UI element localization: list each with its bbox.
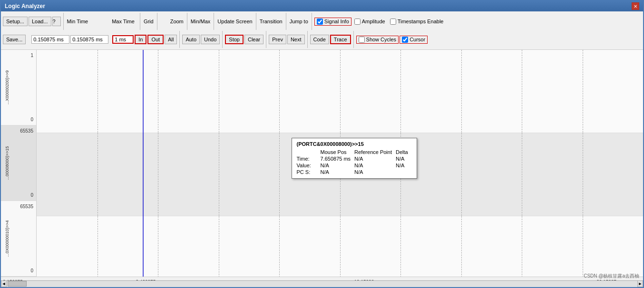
tooltip-col1: Mouse Pos (321, 149, 355, 155)
zoom-undo-button[interactable]: Undo (201, 35, 220, 44)
sep11 (266, 31, 266, 48)
tooltip-value-val2: N/A (354, 162, 396, 169)
signal-row-3: 65535 0 ...0X00000010)>>4 (1, 201, 36, 277)
title-bar: Logic Analyzer ✕ (1, 1, 643, 11)
sep1 (63, 13, 64, 30)
zoom-in-button[interactable]: In (135, 35, 146, 44)
grid-line (158, 133, 158, 216)
sep3 (157, 13, 157, 30)
sep4 (187, 13, 187, 30)
show-cycles-checkbox[interactable] (359, 37, 365, 43)
min-time-input[interactable] (31, 35, 69, 44)
scroll-left-button[interactable]: ◄ (1, 280, 7, 287)
timestamps-checkbox[interactable] (390, 19, 396, 25)
waveform-area[interactable]: (PORTC&0X00008000)>>15 Mouse Pos Referen… (37, 50, 643, 277)
toolbar-row-2: Save... In Out All Auto Undo Stop Clear (3, 30, 641, 48)
grid-line (400, 216, 401, 277)
tooltip-header-row: Mouse Pos Reference Point Delta (297, 149, 412, 155)
grid-line (461, 50, 462, 133)
signal-3-name: ...0X00000010)>>4 (5, 220, 10, 257)
grid-line (219, 216, 219, 277)
tooltip-col2: Reference Point (354, 149, 396, 155)
tooltip-value-row: Value: N/A N/A N/A (297, 162, 412, 169)
scrollbar[interactable] (7, 280, 637, 287)
code-button[interactable]: Code (310, 35, 329, 44)
sep8 (312, 13, 312, 30)
cursor-label: Cursor (410, 37, 425, 42)
tooltip-time-label: Time: (297, 155, 321, 162)
grid-line (522, 50, 522, 133)
update-screen-label: Update Screen (216, 19, 253, 24)
scroll-right-button[interactable]: ► (637, 280, 643, 287)
watermark: CSDN @杨枝甘露a去西柚 (584, 273, 639, 279)
amplitude-checkbox[interactable] (354, 19, 361, 25)
grid-line (461, 216, 462, 277)
cursor-checkbox[interactable] (402, 37, 408, 43)
grid-line (340, 50, 341, 133)
stop-button[interactable]: Stop (225, 35, 244, 44)
tooltip-value-val1: N/A (321, 162, 355, 169)
sep7 (286, 13, 286, 30)
signal-1-min: 0 (30, 117, 33, 122)
grid-line (279, 50, 280, 133)
grid-line (158, 216, 158, 277)
tooltip-pcs-label: PC S: (297, 169, 321, 175)
close-button[interactable]: ✕ (632, 2, 639, 10)
help-button[interactable]: ? (52, 17, 61, 26)
zoom-auto-button[interactable]: Auto (182, 35, 200, 44)
signal-2-min: 0 (30, 192, 33, 198)
load-button[interactable]: Load... (29, 17, 51, 26)
zoom-out-button[interactable]: Out (147, 35, 164, 44)
tooltip-title: (PORTC&0X00008000)>>15 (297, 141, 412, 147)
trace-button[interactable]: Trace (330, 35, 351, 44)
grid-label: Grid (143, 19, 155, 24)
setup-button[interactable]: Setup... (3, 17, 28, 26)
signal-info-checkbox[interactable] (317, 19, 323, 25)
bottom-bar: 0.150875 ms 3.430875 ms 10.15088 ms 20.1… (1, 277, 643, 287)
min-time-label: Min Time (66, 19, 89, 24)
show-cycles-label: Show Cycles (366, 37, 397, 42)
tooltip-col3: Delta (396, 149, 412, 155)
grid-line (98, 216, 98, 277)
grid-input[interactable] (112, 35, 134, 44)
tooltip-time-val1: 7.650875 ms (321, 155, 355, 162)
grid-line (98, 133, 98, 216)
zoom-all-button[interactable]: All (165, 35, 177, 44)
signal-2-name: ...00008000)>>15 (5, 146, 10, 180)
cursor-checkbox-label[interactable]: Cursor (400, 36, 428, 44)
signal-info-label: Signal Info (324, 19, 349, 24)
sep9 (179, 31, 180, 48)
timestamps-checkbox-label[interactable]: Timestamps Enable (388, 18, 446, 25)
main-content: 1 0 ...X00000200)>>9 65535 0 ...00008000… (1, 50, 643, 277)
minmax-label: Min/Max (190, 19, 212, 24)
window-title: Logic Analyzer (5, 3, 45, 10)
scrollbar-thumb[interactable] (8, 281, 27, 287)
grid-line (279, 216, 280, 277)
prev-button[interactable]: Prev (269, 35, 286, 44)
grid-line (98, 50, 98, 133)
amplitude-checkbox-label[interactable]: Amplitude (352, 18, 387, 25)
tooltip-table: Mouse Pos Reference Point Delta Time: 7.… (297, 149, 412, 175)
grid-line (583, 133, 583, 216)
signal-panel: 1 0 ...X00000200)>>9 65535 0 ...00008000… (1, 50, 37, 277)
grid-line (219, 133, 219, 216)
signal-info-checkbox-label[interactable]: Signal Info (314, 18, 351, 26)
save-button[interactable]: Save... (3, 35, 26, 44)
grid-line (400, 50, 401, 133)
grid-line (583, 50, 583, 133)
max-time-input[interactable] (70, 35, 108, 44)
sep12 (307, 31, 308, 48)
signal-row-2: 65535 0 ...00008000)>>15 (1, 125, 36, 201)
signal-1-max: 1 (30, 53, 33, 58)
signal-1-name: ...X00000200)>>9 (5, 70, 10, 105)
tooltip-pcs-val1: N/A (321, 169, 355, 175)
sep6 (256, 13, 256, 30)
next-button[interactable]: Next (287, 35, 305, 44)
show-cycles-checkbox-label[interactable]: Show Cycles (356, 36, 399, 44)
timestamps-label: Timestamps Enable (398, 19, 444, 24)
logic-analyzer-window: Logic Analyzer ✕ Setup... Load... ? Min … (0, 0, 644, 288)
sep10 (222, 31, 223, 48)
grid-line (583, 216, 583, 277)
clear-button[interactable]: Clear (244, 35, 263, 44)
waveform-container: (PORTC&0X00008000)>>15 Mouse Pos Referen… (37, 50, 643, 277)
